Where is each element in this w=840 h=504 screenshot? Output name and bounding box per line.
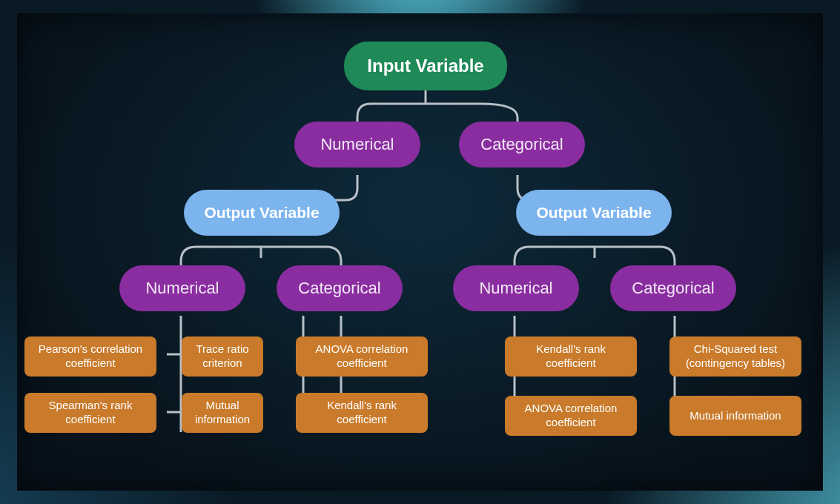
leaf-anova-2: ANOVA correlation coefficient	[505, 396, 637, 436]
leaf-kendall-1: Kendall's rank coefficient	[296, 393, 428, 433]
input-numerical-node: Numerical	[294, 122, 420, 168]
root-node: Input Variable	[344, 42, 507, 90]
output-variable-left-node: Output Variable	[184, 190, 340, 236]
leaf-spearman: Spearman's rank coefficient	[24, 393, 156, 433]
right-numerical-node: Numerical	[453, 265, 579, 311]
output-variable-right-node: Output Variable	[516, 190, 672, 236]
left-numerical-node: Numerical	[119, 265, 245, 311]
right-categorical-node: Categorical	[610, 265, 736, 311]
leaf-anova-1: ANOVA correlation coefficient	[296, 336, 428, 377]
leaf-pearson: Pearson's correlation coefficient	[24, 336, 156, 377]
input-categorical-node: Categorical	[459, 122, 585, 168]
leaf-kendall-2: Kendall's rank coefficient	[505, 336, 637, 377]
diagram-frame: Input Variable Numerical Categorical Out…	[0, 0, 840, 504]
leaf-mutual-info-1: Mutual information	[182, 393, 263, 433]
leaf-chi-squared: Chi-Squared test (contingency tables)	[669, 336, 801, 377]
leaf-trace-ratio: Trace ratio criterion	[182, 336, 263, 377]
diagram-panel: Input Variable Numerical Categorical Out…	[17, 13, 823, 491]
leaf-mutual-info-2: Mutual information	[669, 396, 801, 436]
left-categorical-node: Categorical	[277, 265, 403, 311]
